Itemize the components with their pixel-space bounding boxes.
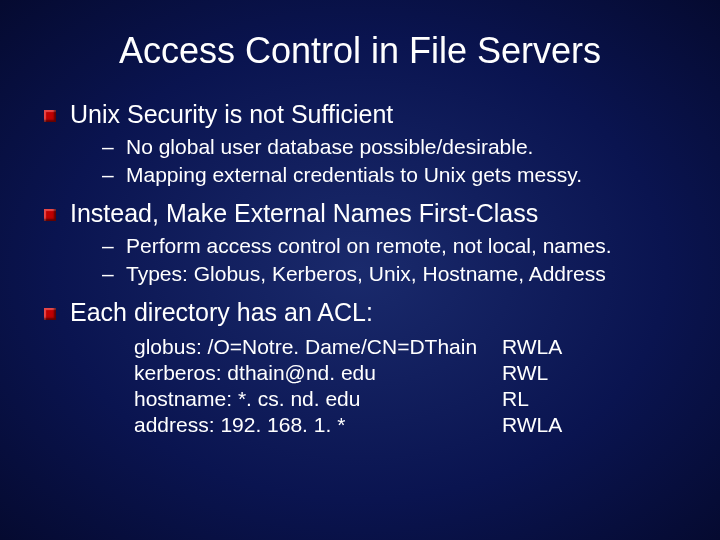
sub-item: Mapping external credentials to Unix get… [70,163,680,187]
acl-perm: RWLA [502,413,562,437]
acl-row: globus: /O=Notre. Dame/CN=DThain RWLA [134,335,680,359]
bullet-item: Each directory has an ACL: globus: /O=No… [40,298,680,437]
bullet-item: Unix Security is not Sufficient No globa… [40,100,680,187]
acl-perm: RWL [502,361,548,385]
sub-list: Perform access control on remote, not lo… [70,234,680,286]
acl-perm: RL [502,387,529,411]
acl-name: address: 192. 168. 1. * [134,413,494,437]
sub-list: No global user database possible/desirab… [70,135,680,187]
bullet-text: Instead, Make External Names First-Class [70,199,538,227]
sub-item: Perform access control on remote, not lo… [70,234,680,258]
slide-title: Access Control in File Servers [40,30,680,72]
acl-row: hostname: *. cs. nd. edu RL [134,387,680,411]
bullet-text: Unix Security is not Sufficient [70,100,393,128]
acl-row: kerberos: dthain@nd. edu RWL [134,361,680,385]
bullet-list: Unix Security is not Sufficient No globa… [40,100,680,437]
acl-name: globus: /O=Notre. Dame/CN=DThain [134,335,494,359]
sub-item: Types: Globus, Kerberos, Unix, Hostname,… [70,262,680,286]
acl-block: globus: /O=Notre. Dame/CN=DThain RWLA ke… [134,335,680,437]
bullet-item: Instead, Make External Names First-Class… [40,199,680,286]
acl-name: hostname: *. cs. nd. edu [134,387,494,411]
acl-perm: RWLA [502,335,562,359]
slide: Access Control in File Servers Unix Secu… [0,0,720,540]
acl-row: address: 192. 168. 1. * RWLA [134,413,680,437]
acl-name: kerberos: dthain@nd. edu [134,361,494,385]
sub-item: No global user database possible/desirab… [70,135,680,159]
bullet-text: Each directory has an ACL: [70,298,373,326]
